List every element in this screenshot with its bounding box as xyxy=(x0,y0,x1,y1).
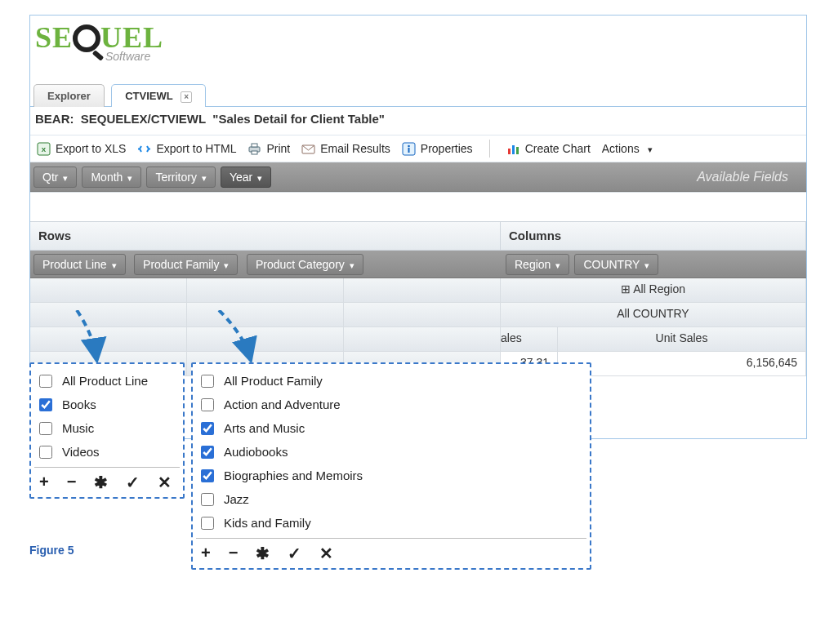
apply-icon[interactable]: ✓ xyxy=(288,544,301,563)
print-icon xyxy=(247,142,261,156)
svg-rect-4 xyxy=(252,151,257,154)
logo-text-b: UEL xyxy=(100,21,163,54)
filter-option[interactable]: All Product Family xyxy=(199,369,583,393)
filter-popup-product-line: All Product Line Books Music Videos + − … xyxy=(29,362,185,499)
filter-option[interactable]: All Product Line xyxy=(38,369,176,393)
xls-icon: X xyxy=(37,142,51,156)
chevron-down-icon xyxy=(63,171,68,184)
chevron-down-icon xyxy=(202,171,207,184)
magnifier-icon xyxy=(73,20,100,55)
data-grid: ⊞ All Region All COUNTRY ales Unit Sales… xyxy=(501,278,806,376)
filter-option[interactable]: Music xyxy=(38,416,176,440)
col-dim-country[interactable]: COUNTRY xyxy=(574,254,658,275)
filter-option[interactable]: Arts and Music xyxy=(199,416,583,440)
divider xyxy=(196,538,586,539)
chevron-down-icon xyxy=(257,171,262,184)
email-icon xyxy=(301,142,315,156)
logo-text-a: SE xyxy=(35,21,73,54)
logo: SEUEL Software xyxy=(35,20,163,63)
checkbox[interactable] xyxy=(39,398,52,411)
checkbox[interactable] xyxy=(201,493,214,506)
chevron-down-icon xyxy=(224,258,229,271)
filter-label: Audiobooks xyxy=(224,445,288,459)
field-pill-year[interactable]: Year xyxy=(221,167,271,188)
filter-option[interactable]: Videos xyxy=(38,440,176,464)
checkbox[interactable] xyxy=(201,469,214,482)
tab-ctviewl[interactable]: CTVIEWL × xyxy=(111,84,206,107)
invert-icon[interactable]: ✱ xyxy=(94,473,108,492)
checkbox[interactable] xyxy=(39,446,52,459)
actions-dropdown[interactable]: Actions xyxy=(602,142,653,155)
path-desc: "Sales Detail for Client Table" xyxy=(212,112,385,126)
pill-label: Region xyxy=(515,258,551,271)
section-headers: Rows Columns xyxy=(30,221,806,251)
export-html-button[interactable]: Export to HTML xyxy=(137,142,236,156)
chevron-down-icon xyxy=(350,258,354,271)
filter-option[interactable]: Kids and Family xyxy=(199,511,583,535)
col-measure-1: ales xyxy=(501,327,558,351)
available-fields-bar: Qtr Month Territory Year Available Field… xyxy=(30,162,806,192)
field-pill-month[interactable]: Month xyxy=(82,167,141,188)
export-xls-button[interactable]: X Export to XLS xyxy=(37,142,126,156)
filter-option[interactable]: Action and Adventure xyxy=(199,393,583,416)
print-button[interactable]: Print xyxy=(247,142,290,156)
col-dim-region[interactable]: Region xyxy=(506,254,569,275)
invert-icon[interactable]: ✱ xyxy=(256,544,270,563)
select-all-icon[interactable]: + xyxy=(201,544,211,563)
pill-label: Month xyxy=(91,171,123,184)
filter-option[interactable]: Audiobooks xyxy=(199,440,583,464)
checkbox[interactable] xyxy=(201,422,214,435)
chevron-down-icon xyxy=(648,142,653,155)
filter-option[interactable]: Jazz xyxy=(199,487,583,511)
col-all-country[interactable]: All COUNTRY xyxy=(501,303,806,326)
cancel-icon[interactable]: ✕ xyxy=(158,473,172,492)
tab-explorer[interactable]: Explorer xyxy=(33,84,105,107)
filter-action-bar: + − ✱ ✓ ✕ xyxy=(38,469,176,494)
rows-header: Rows xyxy=(30,222,501,250)
cancel-icon[interactable]: ✕ xyxy=(319,544,333,563)
toolbar-label: Create Chart xyxy=(525,142,591,155)
svg-rect-10 xyxy=(512,145,515,154)
toolbar-label: Export to HTML xyxy=(156,142,236,155)
deselect-all-icon[interactable]: − xyxy=(229,544,239,563)
row-header-grid xyxy=(30,278,501,376)
data-value-2: 6,156,645 xyxy=(558,352,806,375)
filter-label: All Product Family xyxy=(224,374,323,388)
col-all-region[interactable]: ⊞ All Region xyxy=(501,278,806,302)
checkbox[interactable] xyxy=(201,446,214,459)
path-bar: BEAR: SEQUELEX/CTVIEWL "Sales Detail for… xyxy=(35,112,385,126)
filter-label: Books xyxy=(62,398,96,411)
select-all-icon[interactable]: + xyxy=(39,473,49,492)
row-dim-product-category[interactable]: Product Category xyxy=(247,254,363,275)
col-measure-2: Unit Sales xyxy=(558,327,806,351)
chevron-down-icon xyxy=(555,258,560,271)
svg-rect-8 xyxy=(408,148,409,153)
field-pill-qtr[interactable]: Qtr xyxy=(33,167,77,188)
checkbox[interactable] xyxy=(201,517,214,530)
filter-option[interactable]: Books xyxy=(38,393,176,416)
filter-label: Kids and Family xyxy=(224,516,311,530)
field-pill-territory[interactable]: Territory xyxy=(146,167,216,188)
pill-label: Territory xyxy=(155,171,197,184)
row-dim-product-line[interactable]: Product Line xyxy=(33,254,126,275)
email-results-button[interactable]: Email Results xyxy=(301,142,390,156)
row-dim-product-family[interactable]: Product Family xyxy=(134,254,238,275)
checkbox[interactable] xyxy=(201,375,214,388)
close-icon[interactable]: × xyxy=(181,91,192,103)
checkbox[interactable] xyxy=(39,375,52,388)
filter-action-bar: + − ✱ ✓ ✕ xyxy=(199,540,583,565)
apply-icon[interactable]: ✓ xyxy=(126,473,140,492)
deselect-all-icon[interactable]: − xyxy=(67,473,77,492)
svg-rect-9 xyxy=(508,149,511,154)
path-prefix: BEAR: xyxy=(35,112,74,126)
checkbox[interactable] xyxy=(201,398,214,411)
filter-option[interactable]: Biographies and Memoirs xyxy=(199,464,583,487)
properties-button[interactable]: Properties xyxy=(402,142,473,156)
filter-popup-product-family: All Product Family Action and Adventure … xyxy=(191,362,591,570)
toolbar-label: Actions xyxy=(602,142,640,155)
create-chart-button[interactable]: Create Chart xyxy=(506,142,591,156)
tab-label: Explorer xyxy=(47,90,91,102)
html-icon xyxy=(137,142,151,156)
checkbox[interactable] xyxy=(39,422,52,435)
filter-label: Videos xyxy=(62,445,100,459)
